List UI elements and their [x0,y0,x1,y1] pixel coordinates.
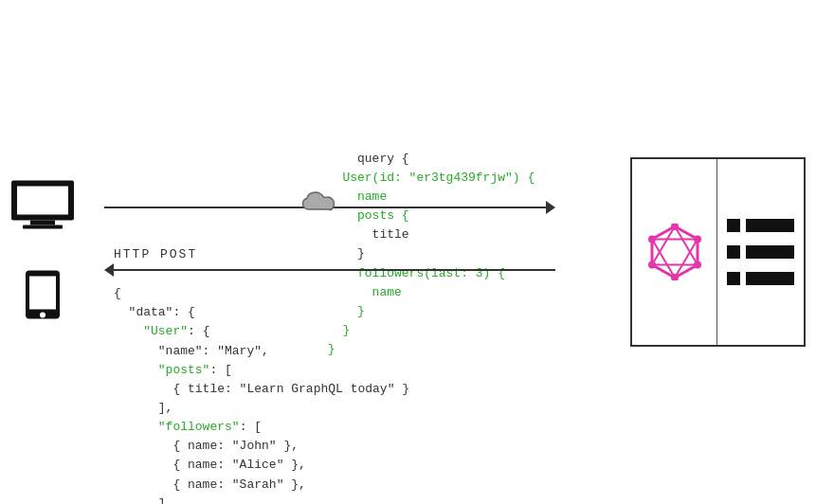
db-bar-1 [746,219,794,232]
main-container: query { User(id: "er3tg439frjw") { name … [0,0,834,504]
db-square-3 [727,272,740,285]
forward-arrow-row [104,194,555,221]
svg-point-6 [40,313,45,318]
svg-rect-2 [30,221,55,225]
db-row-3 [727,272,794,285]
svg-point-19 [648,236,656,243]
svg-rect-1 [17,187,68,215]
response-code-block: { "data": { "User": { "name": "Mary", "p… [114,265,409,504]
devices-section [9,179,76,326]
monitor-icon [9,179,76,241]
server-box [630,157,806,347]
svg-point-15 [694,236,701,243]
db-bar-2 [746,245,794,259]
forward-arrowhead [546,201,555,214]
graphql-logo [646,224,703,280]
svg-rect-5 [29,277,56,310]
db-square-1 [727,219,740,232]
svg-rect-3 [23,225,63,229]
mobile-icon [24,269,62,326]
db-row-1 [727,219,794,232]
db-bar-3 [746,272,794,285]
server-right [717,159,804,345]
graphql-server-left [632,159,717,345]
svg-point-18 [648,261,656,269]
backward-arrowhead [104,263,114,277]
svg-point-16 [694,261,701,269]
db-square-2 [727,245,740,259]
cloud-icon [299,189,342,220]
db-row-2 [727,245,794,259]
